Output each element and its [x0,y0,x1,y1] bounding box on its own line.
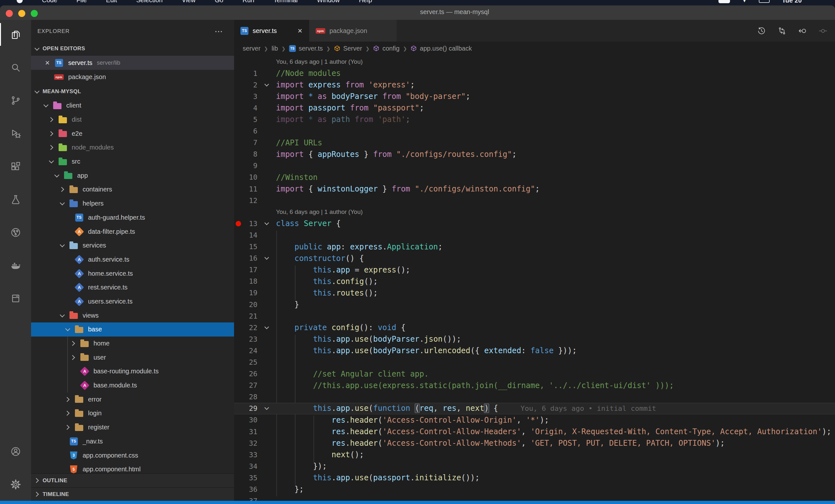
close-window-button[interactable] [6,10,13,17]
tree-item-home[interactable]: home [31,337,234,350]
code-line-32[interactable]: 32res.header('Access-Control-Allow-Metho… [234,437,835,449]
chevron-right-icon[interactable] [47,146,55,149]
code-line-2[interactable]: 2import express from 'express'; [234,79,835,90]
code-line-33[interactable]: 33next(); [234,449,835,461]
menu-run[interactable]: Run [242,0,254,4]
tree-item-node_modules[interactable]: node_modules [31,141,234,155]
tree-item-e2e[interactable]: e2e [31,126,234,141]
code-line-7[interactable]: 7//API URLs [234,137,835,148]
chevron-down-icon[interactable] [64,328,72,330]
activitybar-item-testing[interactable] [0,183,31,216]
tree-item-services[interactable]: services [31,239,234,253]
tree-item-containers[interactable]: containers [31,182,234,197]
activitybar-item-run-debug[interactable] [0,117,31,150]
tree-item-rest.service.ts[interactable]: Arest.service.ts [31,281,234,295]
code-line-22[interactable]: 22private config(): void { [234,322,835,333]
code-line-16[interactable]: 16constructor() { [234,253,835,264]
code-line-12[interactable]: 12 [234,195,835,206]
code-line-14[interactable]: 14 [234,229,835,241]
tree-item-auth.service.ts[interactable]: Aauth.service.ts [31,253,234,267]
tab-server.ts[interactable]: TSserver.ts✕ [234,20,309,42]
code-line-11[interactable]: 11import { winstonLogger } from "./confi… [234,183,835,195]
chevron-down-icon[interactable] [58,202,66,205]
breadcrumb-item-server.ts[interactable]: TSserver.ts [289,45,323,52]
code-line-24[interactable]: 24this.app.use(bodyParser.urlencoded({ e… [234,345,835,356]
activitybar-item-remote-explorer[interactable] [0,282,31,315]
tree-item-dist[interactable]: dist [31,113,234,127]
chevron-down-icon[interactable] [42,104,49,107]
code-editor[interactable]: You, 6 days ago | 1 author (You)1//Node … [234,55,835,501]
chevron-right-icon[interactable] [47,118,55,121]
chevron-right-icon[interactable] [47,132,55,136]
menu-file[interactable]: File [77,0,87,4]
code-line-5[interactable]: 5import * as path from 'path'; [234,114,835,125]
tree-item-_nav.ts[interactable]: TS_nav.ts [31,435,234,449]
chevron-right-icon[interactable] [69,342,77,345]
menu-go[interactable]: Go [215,0,223,4]
code-line-35[interactable]: 35this.app.use(passport.initialize()); [234,472,835,484]
tree-item-auth-guard.helper.ts[interactable]: TSauth-guard.helper.ts [31,211,234,225]
code-line-34[interactable]: 34}); [234,461,835,472]
activitybar-item-accounts[interactable] [0,435,31,468]
code-line-30[interactable]: 30res.header('Access-Control-Allow-Origi… [234,414,835,426]
chevron-down-icon[interactable]: ▼ [742,0,747,3]
chevron-down-icon[interactable] [58,244,66,246]
menu-view[interactable]: View [182,0,196,4]
code-line-18[interactable]: 18this.config(); [234,276,835,287]
code-line-31[interactable]: 31res.header('Access-Control-Allow-Heade… [234,426,835,437]
apple-icon[interactable] [17,0,23,3]
activitybar-item-source-control[interactable] [0,84,31,117]
chevron-down-icon[interactable] [58,315,66,317]
tab-package.json[interactable]: npmpackage.json [309,20,397,42]
battery-icon[interactable] [718,0,730,3]
chevron-right-icon[interactable] [69,356,77,359]
code-line-15[interactable]: 15public app: express.Application; [234,241,835,253]
code-line-19[interactable]: 19this.routes(); [234,287,835,299]
code-line-1[interactable]: 1//Node modules [234,67,835,79]
tree-item-views[interactable]: views [31,308,234,322]
minimize-window-button[interactable] [18,10,25,17]
chevron-right-icon[interactable] [58,188,66,191]
maximize-window-button[interactable] [31,10,38,17]
menu-code[interactable]: Code [42,0,57,4]
fold-chevron-icon[interactable] [264,82,269,86]
close-icon[interactable]: ✕ [298,27,303,35]
codelens-annotation[interactable]: You, 6 days ago | 1 author (You) [276,58,363,65]
tree-item-error[interactable]: error [31,392,234,406]
code-line-26[interactable]: 26//set Angular client app. [234,368,835,380]
close-icon[interactable]: ✕ [43,59,52,67]
window-titlebar[interactable]: server.ts — mean-mysql [0,5,835,20]
breadcrumb-item-lib[interactable]: lib [271,45,278,52]
section-timeline[interactable]: TIMELINE [31,487,234,501]
chevron-right-icon[interactable] [64,411,72,415]
code-line-13[interactable]: 13class Server { [234,218,835,229]
tree-item-base.module.ts[interactable]: Abase.module.ts [31,379,234,392]
code-line-21[interactable]: 21 [234,310,835,322]
commit-graph-icon[interactable] [819,26,827,35]
code-line-27[interactable]: 27//this.app.use(express.static(path.joi… [234,380,835,391]
menubar-clock[interactable]: Tue 20 [782,0,802,4]
chevron-right-icon[interactable] [64,426,72,429]
menu-window[interactable]: Window [317,0,340,4]
activitybar-item-search[interactable] [0,51,31,84]
chevron-down-icon[interactable] [53,175,61,177]
breadcrumb-item-config[interactable]: config [373,45,399,52]
tree-item-app[interactable]: app [31,168,234,182]
fold-chevron-icon[interactable] [264,405,269,410]
code-line-17[interactable]: 17this.app = express(); [234,264,835,276]
activitybar-item-extensions[interactable] [0,150,31,183]
breadcrumb-item-server[interactable]: server [243,45,261,52]
breakpoint-gutter[interactable] [234,221,242,226]
code-line-28[interactable]: 28 [234,391,835,403]
tree-item-login[interactable]: login [31,406,234,420]
tree-item-base[interactable]: base [31,322,234,337]
menu-edit[interactable]: Edit [106,0,117,4]
tree-item-helpers[interactable]: helpers [31,197,234,211]
code-line-9[interactable]: 9 [234,160,835,172]
open-editor-server.ts[interactable]: ✕TSserver.tsserver/lib [31,56,234,70]
tree-item-data-filter.pipe.ts[interactable]: Adata-filter.pipe.ts [31,224,234,239]
compare-changes-icon[interactable] [778,26,786,35]
section-outline[interactable]: OUTLINE [31,473,234,487]
code-line-29[interactable]: 29this.app.use(function (req, res, next)… [234,403,835,414]
activitybar-item-explorer[interactable] [0,18,31,51]
